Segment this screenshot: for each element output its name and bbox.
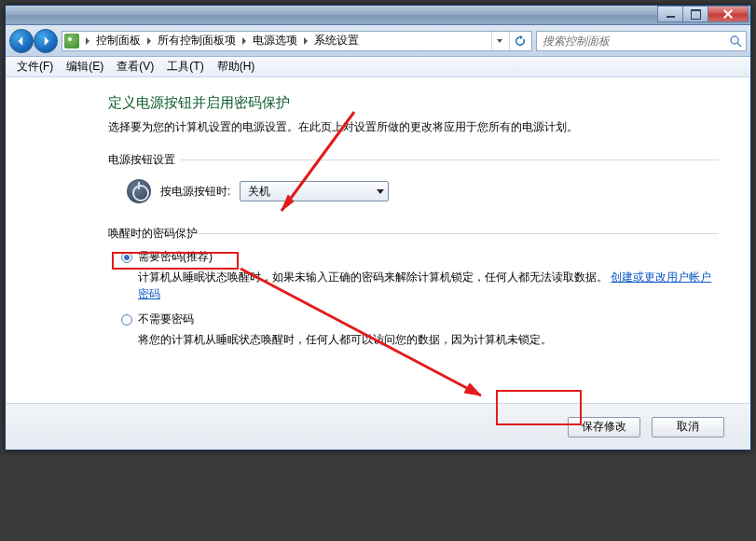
- chevron-down-icon: [377, 189, 384, 194]
- radio-no-password-label: 不需要密码: [138, 312, 194, 327]
- require-password-desc: 计算机从睡眠状态唤醒时，如果未输入正确的密码来解除计算机锁定，任何人都无法读取数…: [138, 270, 608, 284]
- refresh-icon: [515, 35, 526, 47]
- crumb-system-settings[interactable]: 系统设置: [314, 33, 359, 49]
- menu-view[interactable]: 查看(V): [111, 57, 159, 76]
- crumb-sep-icon: [304, 37, 308, 45]
- svg-point-0: [731, 36, 738, 44]
- titlebar: [6, 6, 750, 25]
- menu-help[interactable]: 帮助(H): [212, 57, 261, 76]
- power-button-row-label: 按电源按钮时:: [160, 184, 230, 200]
- menubar: 文件(F) 编辑(E) 查看(V) 工具(T) 帮助(H): [6, 57, 750, 77]
- control-panel-icon: [64, 34, 79, 49]
- refresh-button[interactable]: [509, 32, 529, 50]
- address-history-dropdown[interactable]: [491, 32, 506, 50]
- radio-require-password-label: 需要密码(推荐): [138, 249, 213, 265]
- page-subtitle: 选择要为您的计算机设置的电源设置。在此页上对设置所做的更改将应用于您所有的电源计…: [108, 119, 719, 135]
- close-button[interactable]: [708, 6, 749, 22]
- navbar: 控制面板 所有控制面板项 电源选项 系统设置: [6, 25, 750, 57]
- crumb-all-items[interactable]: 所有控制面板项: [158, 33, 236, 49]
- search-box[interactable]: [536, 31, 747, 51]
- crumb-sep-icon: [86, 37, 89, 45]
- page-title: 定义电源按钮并启用密码保护: [108, 94, 719, 112]
- crumb-power-options[interactable]: 电源选项: [253, 33, 297, 49]
- crumb-control-panel[interactable]: 控制面板: [96, 33, 141, 49]
- save-button-label: 保存修改: [582, 419, 626, 435]
- maximize-button[interactable]: [682, 6, 708, 22]
- wake-protect-section-label: 唤醒时的密码保护: [108, 226, 719, 242]
- search-input[interactable]: [541, 34, 729, 49]
- crumb-sep-icon: [242, 37, 246, 45]
- search-icon: [729, 35, 742, 48]
- save-button[interactable]: 保存修改: [568, 417, 640, 437]
- crumb-sep-icon: [147, 37, 151, 45]
- button-row: 保存修改 取消: [6, 403, 750, 450]
- cancel-button[interactable]: 取消: [652, 417, 724, 437]
- minimize-button[interactable]: [657, 6, 683, 22]
- back-button[interactable]: [9, 29, 34, 53]
- power-button-action-combo[interactable]: 关机: [240, 181, 389, 201]
- menu-tools[interactable]: 工具(T): [161, 57, 209, 76]
- arrow-right-icon: [40, 35, 51, 47]
- menu-file[interactable]: 文件(F): [11, 57, 59, 76]
- radio-no-password[interactable]: [121, 314, 132, 326]
- arrow-left-icon: [16, 35, 27, 47]
- content-area: 定义电源按钮并启用密码保护 选择要为您的计算机设置的电源设置。在此页上对设置所做…: [6, 77, 750, 403]
- forward-button[interactable]: [34, 29, 58, 53]
- power-button-section-label: 电源按钮设置: [108, 152, 719, 168]
- radio-require-password[interactable]: [121, 252, 132, 263]
- combo-selected-value: 关机: [248, 184, 270, 200]
- power-icon: [127, 179, 151, 203]
- cancel-button-label: 取消: [677, 419, 699, 435]
- explorer-window: 控制面板 所有控制面板项 电源选项 系统设置 文件(F) 编辑(: [5, 5, 751, 451]
- no-password-desc: 将您的计算机从睡眠状态唤醒时，任何人都可以访问您的数据，因为计算机未锁定。: [138, 333, 552, 346]
- menu-edit[interactable]: 编辑(E): [61, 57, 109, 76]
- svg-line-1: [737, 43, 741, 47]
- address-bar[interactable]: 控制面板 所有控制面板项 电源选项 系统设置: [62, 31, 532, 51]
